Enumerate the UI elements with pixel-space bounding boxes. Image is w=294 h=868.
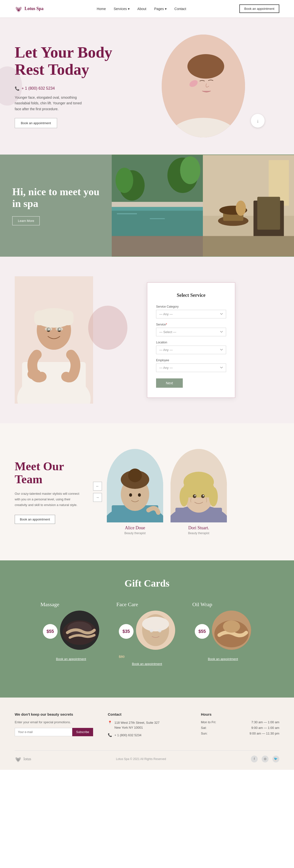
service-select[interactable]: — Select —: [156, 328, 226, 336]
location-select[interactable]: — Any —: [156, 346, 226, 354]
employee-select[interactable]: — Any —: [156, 364, 226, 372]
gift-card-0: Massage $55 Book an appointment: [40, 601, 102, 666]
svg-rect-20: [112, 236, 203, 256]
footer-hours-title: Hours: [201, 712, 279, 716]
hero-section: Let Your Body Rest Today 📞 + 1 (800) 632…: [0, 18, 294, 155]
svg-point-65: [203, 495, 204, 496]
service-person-svg: [15, 276, 93, 404]
svg-point-43: [27, 369, 41, 380]
gift-card-visual-0: $55: [40, 611, 102, 652]
hero-person-svg: [162, 34, 245, 137]
location-group: Location — Any —: [156, 341, 226, 354]
svg-rect-29: [203, 236, 294, 256]
oil-img-svg: [212, 611, 251, 650]
footer-bottom: lotus Lotus Spa © 2021 All Rights Reserv…: [15, 755, 279, 763]
meet-right: [112, 155, 294, 257]
gift-book-link-2[interactable]: Book an appointment: [192, 657, 254, 661]
footer: We don't keep our beauty secrets Enter y…: [0, 698, 294, 770]
svg-point-63: [201, 494, 205, 498]
service-section: Select Service Service Category — Any — …: [0, 257, 294, 423]
logo-icon: [15, 5, 23, 13]
team-carousel: ← →: [93, 449, 279, 535]
phone-icon-footer: 📞: [108, 733, 112, 737]
meet-left: Hi, nice to meet you in spa Learn More: [0, 155, 112, 257]
footer-hours-row-0: Mon to Fri: 7:30 am — 1:00 am: [201, 720, 279, 724]
team-card-image-1: [171, 449, 227, 522]
svg-point-7: [187, 54, 224, 79]
footer-promo-title: We don't keep our beauty secrets: [15, 712, 93, 716]
meet-title: Hi, nice to meet you in spa: [12, 186, 99, 209]
gift-card-name-0: Massage: [40, 601, 102, 608]
team-section: Meet Our Team Our crazy-talented master …: [0, 423, 294, 560]
nav-contact[interactable]: Contact: [174, 7, 186, 11]
hero-phone[interactable]: 📞 + 1 (800) 632 5234: [15, 86, 127, 91]
learn-more-button[interactable]: Learn More: [12, 216, 40, 225]
footer-contact-title: Contact: [108, 712, 186, 716]
gift-img-face: [136, 611, 175, 650]
service-form-panel: Select Service Service Category — Any — …: [147, 282, 235, 398]
service-form-title: Select Service: [156, 292, 226, 298]
footer-hours-row-2: Sun: 9:00 am — 11:30 pm: [201, 732, 279, 735]
hero-left: Let Your Body Rest Today 📞 + 1 (800) 632…: [15, 44, 127, 128]
gift-price-1: $35: [119, 624, 134, 639]
social-twitter[interactable]: 🐦: [272, 755, 279, 763]
service-deco-blob: [88, 306, 127, 350]
gift-alt-price-1: $80: [116, 655, 178, 659]
gift-book-link-1[interactable]: Book an appointment: [116, 662, 178, 666]
team-card-name-0: Alice Doue: [107, 525, 163, 530]
hero-book-button[interactable]: Book an appointment: [15, 118, 57, 128]
gift-img-oil: [212, 611, 251, 650]
hero-person-image: [162, 34, 245, 137]
team-card-name-1: Dori Stuart.: [171, 525, 227, 530]
meet-image-grid: [112, 155, 294, 257]
hero-title: Let Your Body Rest Today: [15, 44, 127, 79]
svg-point-64: [195, 495, 196, 496]
svg-rect-18: [117, 213, 137, 214]
footer-email-input[interactable]: [15, 728, 72, 736]
svg-rect-19: [150, 218, 165, 219]
massage-img-svg: [60, 611, 99, 650]
gift-card-visual-1: $35: [116, 611, 178, 652]
team-book-button[interactable]: Book an appointment: [15, 515, 55, 524]
team-card-1: Dori Stuart. Beauty therapist: [171, 449, 227, 535]
team-description: Our crazy-talented master stylists will …: [15, 491, 83, 508]
service-group: Service* — Select —: [156, 323, 226, 336]
category-select[interactable]: — Any —: [156, 310, 226, 318]
hero-description: Younger face, elongated oval, smoothing …: [15, 95, 83, 112]
svg-point-76: [223, 620, 240, 632]
hero-image-area: ↓: [127, 34, 279, 137]
svg-point-52: [138, 493, 141, 497]
carousel-controls: ← →: [93, 482, 102, 502]
gift-card-name-1: Face Care: [116, 601, 178, 608]
gift-book-link-0[interactable]: Book an appointment: [40, 657, 102, 661]
svg-point-30: [236, 200, 246, 216]
social-instagram[interactable]: ◎: [262, 755, 268, 763]
nav-logo-text: Lotus Spa: [25, 6, 43, 11]
team-left: Meet Our Team Our crazy-talented master …: [15, 460, 83, 524]
next-button[interactable]: Next: [156, 378, 183, 388]
footer-address: 118 West 27th Street, Suite 327New York …: [114, 720, 159, 730]
carousel-prev-button[interactable]: ←: [93, 482, 102, 491]
footer-hours-col: Hours Mon to Fri: 7:30 am — 1:00 am Sat:…: [201, 712, 279, 741]
meet-section: Hi, nice to meet you in spa Learn More: [0, 155, 294, 257]
svg-rect-28: [257, 197, 280, 229]
footer-logo-icon: [15, 755, 22, 763]
hero-scroll-button[interactable]: ↓: [251, 114, 265, 128]
nav-book-button[interactable]: Book an appointment: [239, 4, 279, 13]
social-facebook[interactable]: f: [251, 755, 258, 763]
svg-point-42: [56, 327, 63, 331]
footer-top: We don't keep our beauty secrets Enter y…: [15, 712, 279, 741]
furniture-svg: [203, 155, 294, 257]
footer-subscribe-button[interactable]: Subscribe: [72, 728, 93, 736]
gift-card-1: Face Care $35 $80 Book an appointment: [116, 601, 178, 666]
nav-services[interactable]: Services ▾: [114, 7, 129, 11]
footer-phone-item: 📞 + 1 (800) 632 5234: [108, 733, 186, 738]
carousel-next-button[interactable]: →: [93, 493, 102, 502]
alice-svg: [107, 449, 163, 522]
nav-about[interactable]: About: [138, 7, 147, 11]
team-card-image-0: [107, 449, 163, 522]
nav-pages[interactable]: Pages ▾: [154, 7, 167, 11]
face-img-svg: [136, 611, 175, 650]
nav-home[interactable]: Home: [97, 7, 106, 11]
gift-img-massage: [60, 611, 99, 650]
